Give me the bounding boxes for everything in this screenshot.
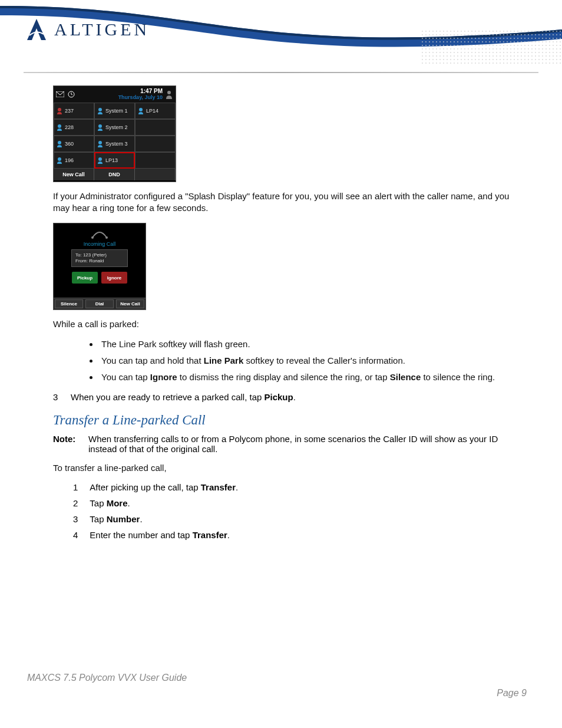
header-dot-pattern — [421, 29, 562, 65]
line-key[interactable]: 228 — [54, 119, 94, 136]
line-key[interactable]: 360 — [54, 136, 94, 152]
footer-page-number: Page 9 — [27, 688, 527, 699]
line-label: System 1 — [105, 108, 128, 114]
step-item: 3Tap Number. — [73, 514, 527, 524]
incoming-call-banner: Incoming Call — [84, 241, 116, 247]
paragraph-splash-display: If your Administrator configured a "Spla… — [53, 190, 527, 215]
step-text: When you are ready to retrieve a parked … — [71, 392, 296, 402]
step-item: 4Enter the number and tap Transfer. — [73, 530, 527, 540]
bullet-item: You can tap and hold that Line Park soft… — [99, 355, 527, 367]
line-key[interactable]: 237 — [54, 103, 94, 119]
page-content: 1:47 PM Thursday, July 10 237 System 1 L… — [53, 85, 527, 546]
line-key[interactable]: LP14 — [135, 103, 176, 119]
bullet-item: The Line Park softkey will flash green. — [99, 338, 527, 350]
step-item: 1After picking up the call, tap Transfer… — [73, 482, 527, 492]
presence-idle-icon — [97, 107, 103, 114]
svg-point-7 — [98, 124, 102, 128]
presence-idle-icon — [57, 157, 62, 164]
line-label: LP13 — [105, 157, 118, 163]
svg-point-3 — [58, 108, 61, 111]
line-key-empty — [135, 136, 176, 152]
svg-point-9 — [98, 141, 102, 144]
softkey-bar: Silence Dial New Call — [54, 298, 146, 309]
handset-arc-icon — [91, 229, 108, 239]
to-label: To: — [75, 252, 82, 258]
svg-point-5 — [139, 108, 143, 111]
status-bar: 1:47 PM Thursday, July 10 — [54, 86, 176, 103]
from-value: Ronald — [89, 258, 104, 263]
svg-point-10 — [58, 157, 61, 161]
phone-screenshot-home: 1:47 PM Thursday, July 10 237 System 1 L… — [53, 85, 176, 182]
presence-idle-icon — [97, 140, 103, 147]
note-row: Note: When transferring calls to or from… — [53, 434, 527, 454]
clock-icon — [68, 91, 75, 98]
presence-busy-icon — [57, 107, 62, 114]
note-label: Note: — [53, 434, 80, 454]
softkey-new-call[interactable]: New Call — [116, 299, 144, 308]
step-number: 3 — [53, 392, 60, 402]
parked-call-bullets: The Line Park softkey will flash green. … — [99, 338, 527, 384]
svg-point-2 — [167, 91, 171, 94]
page-footer: MAXCS 7.5 Polycom VVX User Guide Page 9 — [27, 673, 527, 699]
ignore-button[interactable]: Ignore — [101, 272, 127, 284]
line-key[interactable]: System 2 — [94, 119, 135, 136]
status-date: Thursday, July 10 — [118, 95, 163, 100]
presence-idle-icon — [57, 140, 62, 147]
header-divider — [24, 72, 538, 73]
svg-point-6 — [58, 124, 61, 128]
line-label: System 3 — [105, 141, 128, 147]
line-label: System 2 — [105, 124, 128, 130]
presence-idle-icon — [57, 124, 62, 131]
presence-idle-icon — [97, 124, 103, 131]
svg-point-13 — [105, 236, 108, 239]
note-text: When transferring calls to or from a Pol… — [88, 434, 527, 454]
line-key[interactable]: System 3 — [94, 136, 135, 152]
softkey-silence[interactable]: Silence — [55, 299, 83, 308]
presence-idle-icon — [138, 107, 144, 114]
svg-point-8 — [58, 141, 61, 144]
line-label: LP14 — [146, 108, 158, 114]
step-item: 2Tap More. — [73, 498, 527, 508]
softkey-new-call[interactable]: New Call — [54, 169, 94, 180]
line-key-empty — [135, 152, 176, 169]
step-number: 1 — [73, 482, 78, 492]
line-label: 360 — [65, 141, 74, 147]
paragraph-while-parked: While a call is parked: — [53, 318, 527, 330]
from-label: From: — [75, 258, 88, 263]
call-info-box: To: 123 (Peter) From: Ronald — [71, 249, 128, 268]
footer-doc-title: MAXCS 7.5 Polycom VVX User Guide — [27, 673, 527, 683]
line-key[interactable]: 196 — [54, 152, 94, 169]
section-heading-transfer: Transfer a Line-parked Call — [53, 413, 527, 428]
status-time: 1:47 PM — [118, 88, 163, 95]
paragraph-transfer-intro: To transfer a line-parked call, — [53, 462, 527, 474]
bullet-item: You can tap Ignore to dismiss the ring d… — [99, 371, 527, 383]
softkey-dnd[interactable]: DND — [94, 169, 135, 180]
line-key-empty — [135, 119, 176, 136]
softkey-empty — [135, 169, 176, 180]
presence-idle-icon — [97, 157, 103, 164]
step-number: 4 — [73, 530, 78, 540]
svg-point-4 — [98, 108, 102, 111]
step-number: 2 — [73, 498, 78, 508]
svg-point-12 — [91, 236, 94, 239]
line-label: 237 — [65, 108, 74, 114]
envelope-icon — [56, 91, 64, 97]
line-label: 196 — [65, 157, 74, 163]
pickup-button[interactable]: Pickup — [72, 272, 98, 284]
softkey-dial[interactable]: Dial — [85, 299, 114, 308]
svg-point-11 — [98, 157, 102, 161]
user-icon — [165, 90, 173, 99]
line-label: 228 — [65, 124, 74, 130]
page-header: ALTIGEN — [0, 0, 562, 77]
line-key[interactable]: System 1 — [94, 103, 135, 119]
brand-logo: ALTIGEN — [24, 17, 150, 42]
altigen-logo-icon — [24, 17, 49, 42]
step-number: 3 — [73, 514, 78, 524]
step-3: 3 When you are ready to retrieve a parke… — [53, 392, 527, 402]
softkey-bar: New Call DND — [54, 169, 176, 180]
to-value: 123 (Peter) — [83, 252, 107, 258]
line-park-key-highlighted[interactable]: LP13 — [94, 152, 135, 169]
line-key-grid: 237 System 1 LP14 228 System 2 — [54, 103, 176, 169]
transfer-steps: 1After picking up the call, tap Transfer… — [73, 482, 527, 540]
phone-screenshot-incoming: Incoming Call To: 123 (Peter) From: Rona… — [53, 223, 146, 310]
